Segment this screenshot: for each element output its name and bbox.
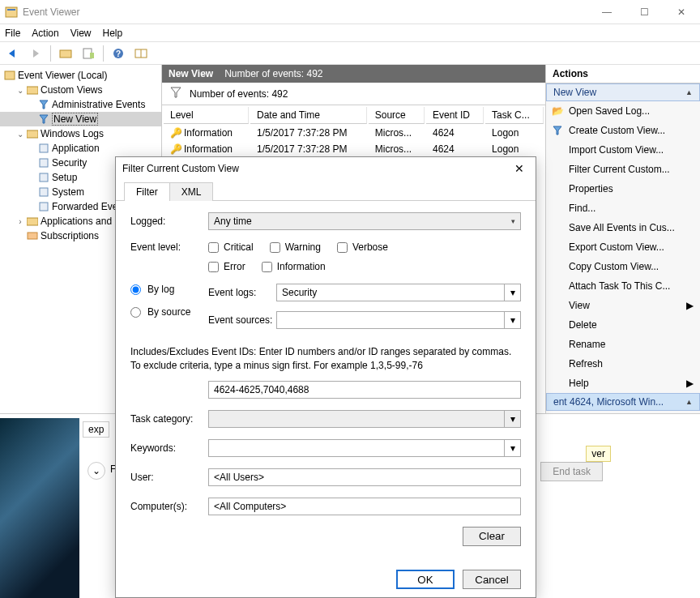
action-view[interactable]: View▶ (546, 296, 700, 315)
taskmgr-tab[interactable]: exp (83, 421, 109, 438)
menu-file[interactable]: File (5, 28, 20, 39)
ok-button[interactable]: OK (396, 570, 455, 589)
action-import-custom-view[interactable]: Import Custom View... (546, 140, 700, 160)
funnel-icon (551, 126, 564, 135)
event-sources-label: Event sources: (208, 314, 276, 326)
action-delete[interactable]: Delete (546, 315, 700, 335)
chevron-down-icon: ▾ (504, 411, 520, 427)
action-help[interactable]: Help▶ (546, 374, 700, 393)
menu-view[interactable]: View (70, 28, 92, 39)
action-refresh[interactable]: Refresh (546, 354, 700, 374)
action-create-custom-view[interactable]: Create Custom View... (546, 121, 700, 140)
action-open-saved-log[interactable]: 📂Open Saved Log... (546, 101, 700, 121)
maximize-button[interactable]: ☐ (625, 0, 663, 24)
close-button[interactable]: ✕ (663, 0, 700, 24)
events-subheader-count: Number of events: 492 (190, 88, 288, 100)
dialog-titlebar: Filter Current Custom View ✕ (116, 157, 536, 180)
col-level[interactable]: Level (164, 107, 249, 124)
collapse-icon[interactable]: ⌄ (15, 86, 26, 95)
col-datetime[interactable]: Date and Time (250, 107, 367, 124)
action-find[interactable]: Find... (546, 199, 700, 218)
action-export-custom[interactable]: Export Custom View... (546, 237, 700, 257)
tree-admin-events[interactable]: Administrative Events (0, 97, 161, 112)
computers-input[interactable] (208, 498, 521, 515)
panel-icon[interactable] (131, 44, 151, 63)
logged-dropdown[interactable]: Any time ▾ (208, 212, 521, 230)
svg-rect-16 (40, 203, 48, 211)
keywords-input[interactable] (209, 440, 504, 456)
event-level-label: Event level: (130, 241, 208, 253)
svg-rect-18 (28, 233, 37, 239)
tree-windows-logs[interactable]: ⌄ Windows Logs (0, 126, 161, 141)
svg-text:?: ? (116, 49, 121, 58)
action-attach-task[interactable]: Attach Task To This C... (546, 276, 700, 296)
collapse-icon[interactable]: ⌄ (15, 130, 26, 139)
folder-icon (26, 216, 39, 226)
table-row[interactable]: 🔑Information 1/5/2017 7:37:28 PM Micros.… (164, 142, 544, 156)
expand-icon[interactable]: › (15, 217, 26, 226)
tree-new-view[interactable]: New View (0, 112, 161, 126)
folder-icon[interactable] (56, 44, 75, 63)
svg-rect-10 (27, 87, 38, 94)
tab-xml[interactable]: XML (169, 182, 214, 201)
folder-icon (26, 85, 39, 95)
action-save-all[interactable]: Save All Events in Cus... (546, 218, 700, 237)
action-copy-custom[interactable]: Copy Custom View... (546, 257, 700, 276)
help-icon[interactable]: ? (109, 44, 128, 63)
folder-icon (26, 129, 39, 139)
window-titlebar: Event Viewer — ☐ ✕ (0, 0, 700, 24)
log-icon (37, 173, 50, 182)
minimize-button[interactable]: — (588, 0, 625, 24)
collapse-icon: ▲ (685, 398, 693, 406)
event-logs-label: Event logs: (208, 287, 276, 298)
keywords-combo[interactable]: ▾ (208, 439, 521, 457)
actions-header: Actions (546, 65, 700, 83)
critical-checkbox[interactable]: Critical (208, 241, 254, 253)
properties-icon[interactable] (79, 44, 98, 63)
logged-label: Logged: (130, 216, 208, 227)
computers-label: Computer(s): (130, 501, 208, 512)
svg-rect-0 (6, 7, 17, 17)
forward-button[interactable] (26, 44, 45, 63)
error-checkbox[interactable]: Error (208, 261, 245, 272)
action-filter-current[interactable]: Filter Current Custom... (546, 160, 700, 179)
by-source-radio[interactable]: By source (130, 306, 208, 318)
back-button[interactable] (3, 44, 23, 63)
fewer-details-button[interactable]: ⌄ (88, 462, 105, 480)
warning-checkbox[interactable]: Warning (270, 241, 321, 253)
col-task[interactable]: Task C... (485, 107, 544, 124)
subscriptions-icon (26, 231, 39, 241)
action-properties[interactable]: Properties (546, 179, 700, 199)
actions-group-event[interactable]: ent 4624, Microsoft Win...▲ (546, 393, 700, 411)
event-sources-input[interactable] (277, 312, 504, 328)
information-checkbox[interactable]: Information (262, 261, 326, 272)
chevron-down-icon[interactable]: ▾ (504, 284, 520, 301)
chevron-down-icon[interactable]: ▾ (504, 440, 520, 456)
event-sources-combo[interactable]: ▾ (276, 311, 521, 329)
event-logs-combo[interactable]: ▾ (276, 284, 521, 301)
col-source[interactable]: Source (369, 107, 425, 124)
clear-button[interactable]: Clear (463, 527, 521, 546)
dialog-close-button[interactable]: ✕ (510, 162, 529, 175)
actions-group-new-view[interactable]: New View▲ (546, 83, 700, 101)
action-rename[interactable]: Rename (546, 335, 700, 354)
tree-custom-views[interactable]: ⌄ Custom Views (0, 83, 161, 97)
by-log-radio[interactable]: By log (130, 284, 208, 295)
tab-filter[interactable]: Filter (124, 182, 170, 201)
table-row[interactable]: 🔑Information 1/5/2017 7:37:28 PM Micros.… (164, 126, 544, 140)
verbose-checkbox[interactable]: Verbose (337, 241, 388, 253)
end-task-button[interactable]: End task (540, 462, 603, 481)
menu-bar: File Action View Help (0, 24, 700, 42)
chevron-down-icon[interactable]: ▾ (504, 312, 520, 328)
event-id-input[interactable] (208, 381, 521, 399)
tree-root[interactable]: Event Viewer (Local) (0, 68, 161, 83)
user-input[interactable] (208, 468, 521, 486)
svg-rect-4 (90, 53, 94, 58)
svg-rect-14 (40, 173, 48, 182)
cancel-button[interactable]: Cancel (463, 570, 521, 589)
menu-action[interactable]: Action (32, 28, 58, 39)
col-eventid[interactable]: Event ID (426, 107, 484, 124)
menu-help[interactable]: Help (103, 28, 123, 39)
tree-application[interactable]: Application (0, 141, 161, 156)
event-logs-input[interactable] (277, 284, 504, 301)
